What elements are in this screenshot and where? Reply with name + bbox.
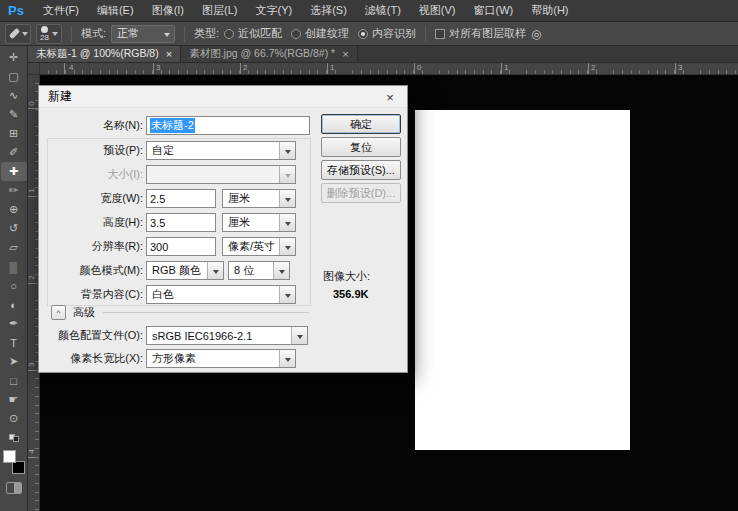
radio-icon: [291, 29, 301, 39]
color-profile-dropdown[interactable]: sRGB IEC61966-2.1: [146, 326, 308, 345]
blur-tool[interactable]: ○: [1, 276, 27, 295]
quick-selection-tool[interactable]: ✎: [1, 105, 27, 124]
close-icon[interactable]: ×: [166, 49, 172, 60]
brush-tip-icon: [41, 26, 48, 33]
radio-create-texture[interactable]: 创建纹理: [291, 26, 349, 41]
background-contents-dropdown[interactable]: 白色: [146, 285, 296, 304]
mode-dropdown[interactable]: 正常: [111, 25, 175, 43]
selected-text: 未标题-2: [150, 118, 195, 133]
color-mode-dropdown[interactable]: RGB 颜色: [146, 261, 224, 280]
tablet-pressure-icon[interactable]: ◎: [531, 27, 541, 41]
pen-tool[interactable]: ✒: [1, 314, 27, 333]
menu-filter[interactable]: 滤镜(T): [356, 0, 410, 21]
crop-tool[interactable]: ⊞: [1, 124, 27, 143]
tools-panel: ✛ ▢ ∿ ✎ ⊞ ✐ ✚ ✏ ⊕ ↺ ▱ ▒ ○ ◐ ✒ T ➤ □ ☛ ⊙: [0, 46, 28, 511]
heal-type-radio-group: 近似匹配 创建纹理 内容识别: [224, 26, 416, 41]
menu-file[interactable]: 文件(F): [34, 0, 88, 21]
height-label: 高度(H):: [39, 213, 143, 232]
brush-preset-picker[interactable]: 28: [36, 24, 62, 44]
ruler-label: 2: [591, 63, 595, 72]
advanced-collapse-button[interactable]: ^: [51, 305, 66, 320]
ruler-label: 2: [243, 63, 247, 72]
divider: [103, 312, 309, 313]
brush-size-value: 28: [40, 34, 49, 42]
radio-icon: [224, 29, 234, 39]
eyedropper-tool[interactable]: ✐: [1, 143, 27, 162]
document-tab-bar: 未标题-1 @ 100%(RGB/8) × 素材图.jpg @ 66.7%(RG…: [28, 46, 738, 63]
tool-preset-picker[interactable]: [5, 24, 31, 44]
default-colors-icon[interactable]: [9, 434, 19, 442]
color-mode-label: 颜色模式(M):: [39, 261, 143, 280]
resolution-input[interactable]: 300: [146, 237, 216, 256]
menu-type[interactable]: 文字(Y): [246, 0, 301, 21]
menu-image[interactable]: 图像(I): [143, 0, 193, 21]
ruler-label: 2: [28, 275, 36, 279]
type-label: 类型:: [194, 26, 219, 41]
pixel-aspect-ratio-dropdown[interactable]: 方形像素: [146, 349, 296, 368]
zoom-tool[interactable]: ⊙: [1, 409, 27, 428]
bit-depth-dropdown[interactable]: 8 位: [228, 261, 290, 280]
preset-label: 预设(P):: [39, 141, 143, 160]
ruler-label: 4: [28, 449, 36, 453]
width-unit-dropdown[interactable]: 厘米: [222, 189, 296, 208]
quick-mask-icon[interactable]: [6, 482, 22, 494]
ok-button[interactable]: 确定: [321, 114, 401, 134]
gradient-tool[interactable]: ▒: [1, 257, 27, 276]
ruler-label: 0: [28, 101, 36, 105]
ruler-label: 4: [69, 63, 73, 72]
tab-untitled-1[interactable]: 未标题-1 @ 100%(RGB/8) ×: [28, 46, 181, 62]
checkbox-icon: [435, 29, 445, 39]
mode-value: 正常: [117, 26, 139, 41]
rectangular-marquee-tool[interactable]: ▢: [1, 67, 27, 86]
ruler-label: 3: [28, 362, 36, 366]
radio-selected-icon: [358, 29, 368, 39]
clone-stamp-tool[interactable]: ⊕: [1, 200, 27, 219]
save-preset-button[interactable]: 存储预设(S)...: [321, 160, 401, 180]
eraser-tool[interactable]: ▱: [1, 238, 27, 257]
menu-edit[interactable]: 编辑(E): [88, 0, 143, 21]
size-dropdown: [146, 165, 296, 184]
document-canvas[interactable]: [415, 110, 630, 450]
radio-content-aware[interactable]: 内容识别: [358, 26, 416, 41]
lasso-tool[interactable]: ∿: [1, 86, 27, 105]
ruler-label: 1: [330, 63, 334, 72]
foreground-swatch[interactable]: [3, 450, 16, 463]
type-tool[interactable]: T: [1, 333, 27, 352]
ruler-label: 1: [28, 188, 36, 192]
resolution-unit-dropdown[interactable]: 像素/英寸: [222, 237, 296, 256]
sample-all-layers-checkbox[interactable]: 对所有图层取样: [435, 26, 526, 41]
width-input[interactable]: 2.5: [146, 189, 216, 208]
ruler-label: 3: [156, 63, 160, 72]
name-input[interactable]: 未标题-2: [146, 116, 310, 135]
menu-bar: Ps 文件(F) 编辑(E) 图像(I) 图层(L) 文字(Y) 选择(S) 滤…: [0, 0, 738, 22]
history-brush-tool[interactable]: ↺: [1, 219, 27, 238]
photoshop-logo: Ps: [0, 3, 34, 18]
spot-healing-brush-tool[interactable]: ✚: [1, 162, 27, 181]
background-contents-label: 背景内容(C):: [39, 285, 143, 304]
menu-layer[interactable]: 图层(L): [193, 0, 246, 21]
menu-select[interactable]: 选择(S): [301, 0, 356, 21]
hand-tool[interactable]: ☛: [1, 390, 27, 409]
color-swatches: [3, 450, 25, 474]
move-tool[interactable]: ✛: [1, 48, 27, 67]
menu-view[interactable]: 视图(V): [410, 0, 465, 21]
path-selection-tool[interactable]: ➤: [1, 352, 27, 371]
reset-button[interactable]: 复位: [321, 137, 401, 157]
chevron-down-icon: [52, 32, 58, 39]
close-icon[interactable]: ×: [342, 49, 348, 60]
dialog-close-icon[interactable]: ×: [373, 86, 407, 108]
height-input[interactable]: 3.5: [146, 213, 216, 232]
shape-tool[interactable]: □: [1, 371, 27, 390]
brush-tool[interactable]: ✏: [1, 181, 27, 200]
dodge-tool[interactable]: ◐: [1, 295, 27, 314]
menu-window[interactable]: 窗口(W): [465, 0, 523, 21]
tab-sucaitu-jpg[interactable]: 素材图.jpg @ 66.7%(RGB/8#) * ×: [181, 46, 357, 62]
height-unit-dropdown[interactable]: 厘米: [222, 213, 296, 232]
tool-options-bar: 28 模式: 正常 类型: 近似匹配 创建纹理 内容识别 对所有图层取样 ◎: [0, 22, 738, 46]
menu-help[interactable]: 帮助(H): [522, 0, 577, 21]
radio-proximity-match[interactable]: 近似匹配: [224, 26, 282, 41]
mode-label: 模式:: [81, 26, 106, 41]
delete-preset-button: 删除预设(D)...: [321, 183, 401, 203]
ruler-label: 0: [417, 63, 421, 72]
preset-dropdown[interactable]: 自定: [146, 141, 296, 160]
